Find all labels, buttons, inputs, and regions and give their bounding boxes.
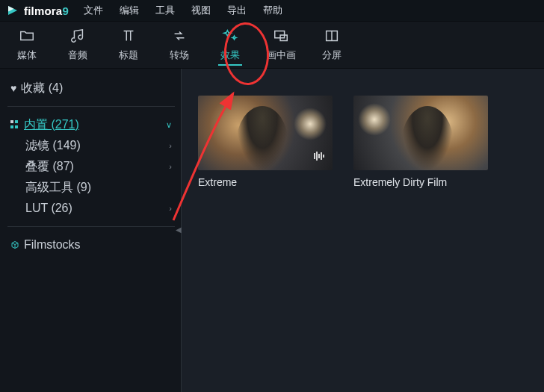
tool-label: 转场 <box>170 49 189 62</box>
menubar: 文件 编辑 工具 视图 导出 帮助 <box>79 1 287 20</box>
tool-label: 分屏 <box>322 49 341 62</box>
menu-file[interactable]: 文件 <box>79 1 108 20</box>
chevron-right-icon: › <box>169 204 172 213</box>
titlebar: filmora9 文件 编辑 工具 视图 导出 帮助 <box>0 0 544 21</box>
sidebar-filmstocks-label: Filmstocks <box>24 238 81 252</box>
sidebar-item-overlay[interactable]: 叠覆 (87) › <box>22 156 175 177</box>
music-icon <box>69 28 86 44</box>
swap-icon <box>171 28 188 44</box>
chevron-down-icon: ∨ <box>166 120 172 130</box>
divider <box>7 106 175 107</box>
sidebar-item-advanced[interactable]: 高级工具 (9) <box>22 177 175 198</box>
heart-icon: ♥ <box>10 82 16 94</box>
brand-icon <box>6 4 19 17</box>
tool-label: 标题 <box>119 49 138 62</box>
main-area: ♥ 收藏 (4) 内置 (271) ∨ 滤镜 (149) › 叠覆 (87) ›… <box>0 69 544 392</box>
menu-help[interactable]: 帮助 <box>259 1 287 20</box>
tool-label: 媒体 <box>17 49 37 62</box>
menu-view[interactable]: 视图 <box>187 1 215 20</box>
sidebar-builtin-label: 内置 (271) <box>24 117 79 133</box>
tool-transition[interactable]: 转场 <box>154 22 205 67</box>
tool-label: 效果 <box>220 49 240 62</box>
tool-splitscreen[interactable]: 分屏 <box>306 22 357 67</box>
sidebar-filmstocks[interactable]: Filmstocks <box>7 234 175 255</box>
sidebar-item-lut[interactable]: LUT (26) › <box>22 198 175 219</box>
grid-icon <box>10 120 19 129</box>
menu-edit[interactable]: 编辑 <box>115 1 143 20</box>
effect-thumbnail <box>353 96 488 170</box>
text-icon <box>120 28 137 44</box>
tool-pip[interactable]: 画中画 <box>256 22 306 67</box>
split-icon <box>324 28 340 44</box>
sidebar-favorites[interactable]: ♥ 收藏 (4) <box>7 78 175 99</box>
sidebar-item-label: 滤镜 (149) <box>25 138 81 154</box>
divider <box>7 226 175 227</box>
tool-media[interactable]: 媒体 <box>1 22 52 67</box>
pip-icon <box>273 28 289 44</box>
effect-card[interactable]: Extremely Dirty Film <box>353 96 488 188</box>
content-area: Extreme Extremely Dirty Film <box>182 69 544 392</box>
menu-export[interactable]: 导出 <box>223 1 251 20</box>
effect-title: Extreme <box>198 176 333 188</box>
sidebar-item-filter[interactable]: 滤镜 (149) › <box>22 135 175 156</box>
tool-effects[interactable]: 效果 <box>205 22 256 67</box>
sidebar-item-label: LUT (26) <box>25 202 72 215</box>
effect-card[interactable]: Extreme <box>198 96 333 188</box>
folder-icon <box>19 28 35 44</box>
effect-title: Extremely Dirty Film <box>353 176 488 188</box>
box-icon <box>10 240 19 249</box>
sidebar: ♥ 收藏 (4) 内置 (271) ∨ 滤镜 (149) › 叠覆 (87) ›… <box>0 69 182 392</box>
tool-audio[interactable]: 音频 <box>52 22 103 67</box>
chevron-right-icon: › <box>169 141 172 150</box>
brand-version: 9 <box>62 4 69 17</box>
sparkle-icon <box>222 28 238 44</box>
waveform-icon <box>312 151 327 164</box>
sidebar-builtin[interactable]: 内置 (271) ∨ <box>7 114 175 135</box>
effect-thumbnail <box>198 96 333 170</box>
brand-name: filmora <box>24 4 62 17</box>
tool-label: 画中画 <box>267 49 296 62</box>
sidebar-builtin-children: 滤镜 (149) › 叠覆 (87) › 高级工具 (9) LUT (26) › <box>7 135 175 219</box>
menu-tools[interactable]: 工具 <box>151 1 179 20</box>
sidebar-item-label: 高级工具 (9) <box>25 180 91 196</box>
sidebar-item-label: 叠覆 (87) <box>25 159 74 175</box>
brand: filmora9 <box>6 4 69 17</box>
chevron-right-icon: › <box>169 162 172 171</box>
tool-toolbar: 媒体 音频 标题 转场 效果 画中画 分屏 <box>0 21 544 69</box>
sidebar-collapse-handle[interactable]: ◀ <box>176 225 182 234</box>
tool-label: 音频 <box>68 49 87 62</box>
tool-title[interactable]: 标题 <box>103 22 154 67</box>
sidebar-favorites-label: 收藏 (4) <box>21 81 63 96</box>
brand-text: filmora9 <box>24 4 69 17</box>
